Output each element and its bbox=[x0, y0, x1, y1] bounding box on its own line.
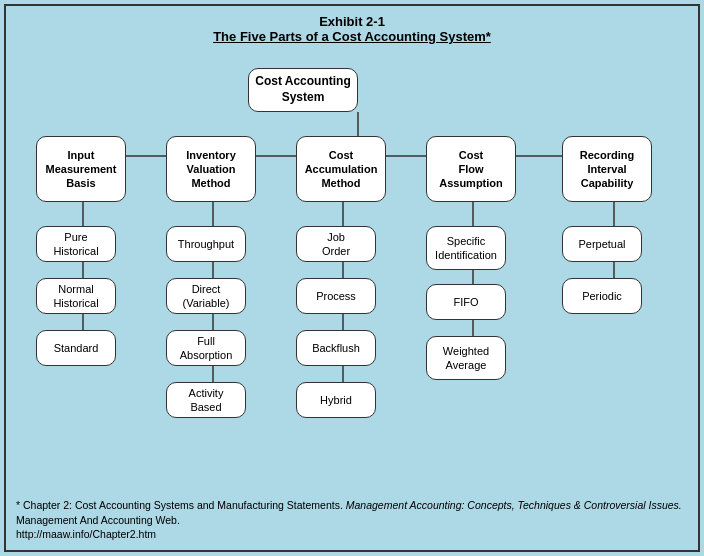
cat-input: InputMeasurementBasis bbox=[36, 136, 126, 202]
root-box: Cost AccountingSystem bbox=[248, 68, 358, 112]
child-periodic: Periodic bbox=[562, 278, 642, 314]
child-hybrid: Hybrid bbox=[296, 382, 376, 418]
cat-recording: RecordingIntervalCapability bbox=[562, 136, 652, 202]
child-standard: Standard bbox=[36, 330, 116, 366]
child-direct-variable: Direct(Variable) bbox=[166, 278, 246, 314]
child-full-absorption: FullAbsorption bbox=[166, 330, 246, 366]
cat-cost-flow: CostFlowAssumption bbox=[426, 136, 516, 202]
child-normal-historical: NormalHistorical bbox=[36, 278, 116, 314]
child-throughput: Throughput bbox=[166, 226, 246, 262]
child-specific-id: SpecificIdentification bbox=[426, 226, 506, 270]
child-backflush: Backflush bbox=[296, 330, 376, 366]
child-pure-historical: PureHistorical bbox=[36, 226, 116, 262]
child-job-order: JobOrder bbox=[296, 226, 376, 262]
cat-inventory: InventoryValuationMethod bbox=[166, 136, 256, 202]
cat-cost-accum: CostAccumulationMethod bbox=[296, 136, 386, 202]
title-area: Exhibit 2-1 The Five Parts of a Cost Acc… bbox=[6, 6, 698, 48]
child-fifo: FIFO bbox=[426, 284, 506, 320]
footer-text: * Chapter 2: Cost Accounting Systems and… bbox=[16, 499, 682, 540]
child-perpetual: Perpetual bbox=[562, 226, 642, 262]
outer-border: Exhibit 2-1 The Five Parts of a Cost Acc… bbox=[4, 4, 700, 552]
footer: * Chapter 2: Cost Accounting Systems and… bbox=[16, 498, 688, 542]
child-activity-based: ActivityBased bbox=[166, 382, 246, 418]
child-weighted-average: WeightedAverage bbox=[426, 336, 506, 380]
child-process: Process bbox=[296, 278, 376, 314]
exhibit-title-line1: Exhibit 2-1 bbox=[6, 14, 698, 29]
exhibit-title-line2: The Five Parts of a Cost Accounting Syst… bbox=[6, 29, 698, 44]
